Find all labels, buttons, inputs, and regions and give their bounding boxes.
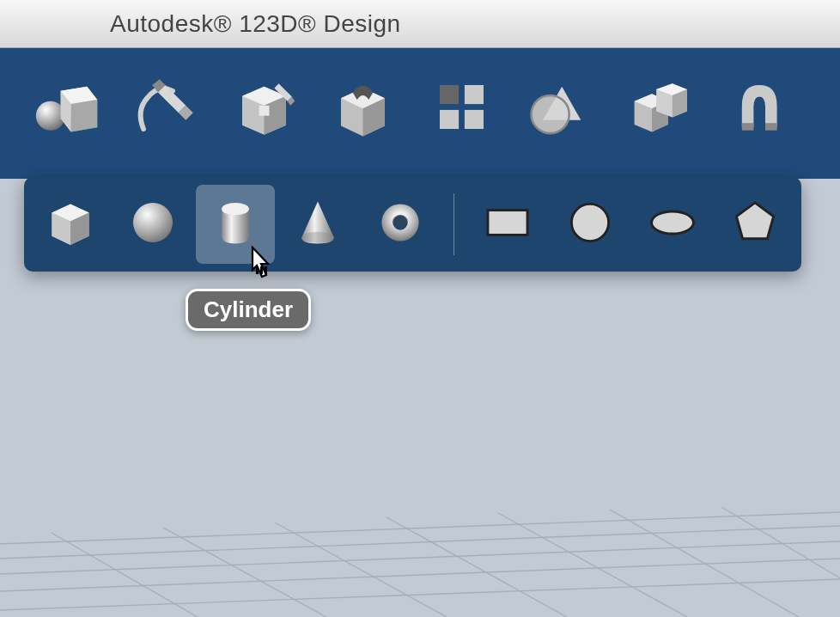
cube-combine-icon (623, 70, 696, 147)
construct-box-icon (228, 70, 301, 147)
torus-3d-icon (369, 192, 431, 257)
svg-point-27 (393, 215, 409, 229)
svg-line-18 (387, 517, 567, 617)
svg-rect-8 (742, 123, 754, 131)
rectangle-2d-icon (477, 192, 539, 257)
circle-sketch[interactable] (551, 185, 630, 264)
modify-tool[interactable] (313, 64, 412, 154)
svg-line-14 (0, 579, 840, 610)
svg-line-11 (0, 526, 840, 559)
cube-sphere-icon (30, 70, 103, 147)
sphere-primitive[interactable] (113, 185, 192, 264)
svg-rect-28 (488, 211, 527, 235)
sphere-3d-icon (122, 192, 184, 257)
svg-point-24 (301, 232, 333, 243)
svg-rect-34 (265, 266, 267, 274)
svg-line-10 (0, 512, 840, 544)
polygon-2d-icon (724, 192, 786, 257)
pattern-tool[interactable] (412, 64, 511, 154)
svg-point-23 (222, 203, 249, 215)
primitives-flyout (24, 177, 801, 272)
svg-rect-5 (465, 110, 484, 129)
svg-rect-9 (765, 123, 777, 131)
svg-rect-33 (260, 266, 263, 274)
svg-rect-3 (465, 85, 484, 104)
magnet-icon (721, 70, 794, 147)
tooltip: Cylinder (186, 289, 311, 331)
polygon-sketch[interactable] (715, 185, 794, 264)
ellipse-2d-icon (642, 192, 703, 257)
grid-plane (0, 505, 840, 617)
construct-tool[interactable] (215, 64, 313, 154)
svg-rect-1 (259, 106, 270, 116)
combine-tool[interactable] (610, 64, 709, 154)
cursor-pointer-icon (247, 246, 280, 287)
sketch-pencil-icon (129, 70, 202, 147)
sketch-tool[interactable] (116, 64, 215, 154)
shapes-group-icon (524, 70, 597, 147)
svg-marker-31 (736, 203, 773, 239)
modify-cut-icon (326, 70, 399, 147)
circle-2d-icon (559, 192, 621, 257)
svg-line-21 (721, 507, 840, 600)
window-title: Autodesk® 123D® Design (110, 10, 401, 38)
snap-tool[interactable] (709, 64, 807, 154)
svg-point-29 (571, 204, 608, 241)
svg-rect-32 (256, 266, 259, 274)
primitives-tool[interactable] (17, 64, 116, 154)
cone-3d-icon (287, 192, 349, 257)
cone-primitive[interactable] (278, 185, 357, 264)
svg-rect-4 (440, 110, 459, 129)
box-primitive[interactable] (31, 185, 110, 264)
main-toolbar (0, 48, 840, 179)
box-3d-icon (40, 192, 101, 257)
svg-point-30 (652, 211, 694, 234)
svg-line-13 (0, 559, 840, 591)
rectangle-sketch[interactable] (468, 185, 547, 264)
svg-line-15 (52, 533, 198, 617)
ellipse-sketch[interactable] (633, 185, 712, 264)
window-titlebar: Autodesk® 123D® Design (0, 0, 840, 48)
svg-rect-2 (440, 85, 459, 104)
flyout-divider (453, 193, 454, 255)
svg-point-22 (133, 203, 173, 242)
torus-primitive[interactable] (361, 185, 440, 264)
grouping-tool[interactable] (511, 64, 610, 154)
tooltip-label: Cylinder (204, 296, 293, 322)
four-squares-icon (425, 70, 498, 147)
svg-line-20 (610, 510, 799, 617)
